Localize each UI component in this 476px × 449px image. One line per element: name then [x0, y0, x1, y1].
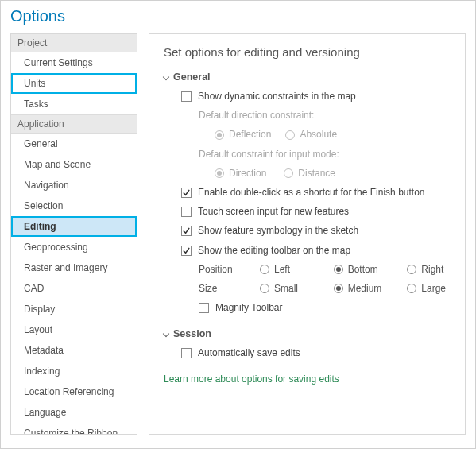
learn-more-link[interactable]: Learn more about options for saving edit…	[164, 374, 457, 385]
radio-deflection	[215, 130, 224, 140]
sidebar-section-project: Project	[11, 34, 137, 52]
option-magnify[interactable]: Magnify Toolbar	[181, 300, 457, 315]
label-default-direction: Default direction constraint:	[181, 108, 457, 123]
radio-label: Bottom	[348, 262, 378, 277]
sidebar: Project Current Settings Units Tasks App…	[10, 33, 137, 435]
radio-label-deflection: Deflection	[229, 127, 271, 142]
sidebar-item-tasks[interactable]: Tasks	[11, 94, 137, 114]
group-session-label: Session	[173, 328, 211, 339]
content-panel: Set options for editing and versioning G…	[149, 33, 466, 435]
radio-label-absolute: Absolute	[300, 127, 337, 142]
sidebar-item-layout[interactable]: Layout	[11, 319, 137, 340]
checkbox-icon[interactable]	[199, 303, 209, 313]
option-label: Automatically save edits	[198, 346, 300, 361]
option-label: Show the editing toolbar on the map	[198, 243, 350, 258]
option-label: Show feature symbology in the sketch	[198, 223, 358, 238]
radio-direction	[215, 168, 224, 178]
group-session-body: Automatically save edits	[164, 346, 457, 361]
checkbox-icon[interactable]	[181, 246, 192, 256]
sidebar-item-indexing[interactable]: Indexing	[11, 361, 137, 381]
option-symbology[interactable]: Show feature symbology in the sketch	[181, 223, 457, 238]
sidebar-item-cad[interactable]: CAD	[11, 278, 137, 299]
checkbox-icon[interactable]	[181, 91, 192, 102]
option-position: Position Left Bottom Right	[181, 262, 457, 277]
radio-group-direction-constraint: Deflection Absolute	[181, 127, 457, 142]
sidebar-item-map-and-scene[interactable]: Map and Scene	[11, 154, 137, 175]
radio-label: Medium	[348, 281, 382, 296]
radio-label-direction: Direction	[229, 166, 266, 181]
sidebar-item-navigation[interactable]: Navigation	[11, 175, 137, 195]
sidebar-item-language[interactable]: Language	[11, 402, 137, 423]
group-general-header[interactable]: General	[164, 72, 457, 83]
radio-label: Right	[421, 262, 443, 277]
sidebar-item-location-referencing[interactable]: Location Referencing	[11, 381, 137, 402]
sidebar-item-raster-and-imagery[interactable]: Raster and Imagery	[11, 257, 137, 278]
chevron-down-icon	[163, 331, 169, 337]
checkbox-icon[interactable]	[181, 348, 192, 358]
option-label: Enable double-click as a shortcut for th…	[198, 185, 425, 200]
option-label: Touch screen input for new features	[198, 204, 349, 219]
window-title: Options	[1, 1, 475, 33]
radio-position-right[interactable]: Right	[407, 262, 457, 277]
label-default-input: Default constraint for input mode:	[181, 147, 457, 162]
radio-label: Left	[274, 262, 290, 277]
chevron-down-icon	[163, 74, 169, 80]
radio-size-medium[interactable]: Medium	[334, 281, 384, 296]
option-toolbar[interactable]: Show the editing toolbar on the map	[181, 243, 457, 258]
option-label: Magnify Toolbar	[215, 300, 283, 315]
radio-distance	[284, 168, 293, 178]
sidebar-item-geoprocessing[interactable]: Geoprocessing	[11, 237, 137, 257]
option-autosave[interactable]: Automatically save edits	[181, 346, 457, 361]
radio-size-large[interactable]: Large	[407, 281, 457, 296]
dialog-body: Project Current Settings Units Tasks App…	[1, 33, 475, 444]
checkbox-icon[interactable]	[181, 188, 192, 198]
panel-heading: Set options for editing and versioning	[164, 45, 457, 59]
radio-label: Small	[274, 281, 298, 296]
checkbox-icon[interactable]	[181, 226, 192, 236]
group-general-label: General	[173, 72, 211, 83]
sidebar-item-units[interactable]: Units	[11, 73, 137, 94]
radio-label-distance: Distance	[298, 166, 335, 181]
option-label: Show dynamic constraints in the map	[198, 89, 356, 104]
sidebar-item-editing[interactable]: Editing	[11, 216, 137, 237]
checkbox-icon[interactable]	[181, 207, 192, 217]
radio-position-left[interactable]: Left	[260, 262, 310, 277]
option-show-dynamic[interactable]: Show dynamic constraints in the map	[181, 89, 457, 104]
option-enable-dblclick[interactable]: Enable double-click as a shortcut for th…	[181, 185, 457, 200]
sidebar-item-customize-the-ribbon[interactable]: Customize the Ribbon	[11, 423, 137, 435]
sidebar-item-metadata[interactable]: Metadata	[11, 340, 137, 361]
group-general-body: Show dynamic constraints in the map Defa…	[164, 89, 457, 315]
sidebar-item-selection[interactable]: Selection	[11, 195, 137, 216]
group-session-header[interactable]: Session	[164, 328, 457, 339]
sidebar-item-current-settings[interactable]: Current Settings	[11, 52, 137, 73]
radio-group-input-mode: Direction Distance	[181, 166, 457, 181]
radio-position-bottom[interactable]: Bottom	[334, 262, 384, 277]
option-size: Size Small Medium Large	[181, 281, 457, 296]
sidebar-item-display[interactable]: Display	[11, 299, 137, 319]
sidebar-section-application: Application	[11, 114, 137, 134]
radio-size-small[interactable]: Small	[260, 281, 310, 296]
size-label: Size	[199, 281, 236, 296]
position-label: Position	[199, 262, 236, 277]
radio-label: Large	[421, 281, 446, 296]
sidebar-item-general[interactable]: General	[11, 134, 137, 154]
option-touch[interactable]: Touch screen input for new features	[181, 204, 457, 219]
radio-absolute	[285, 130, 295, 140]
